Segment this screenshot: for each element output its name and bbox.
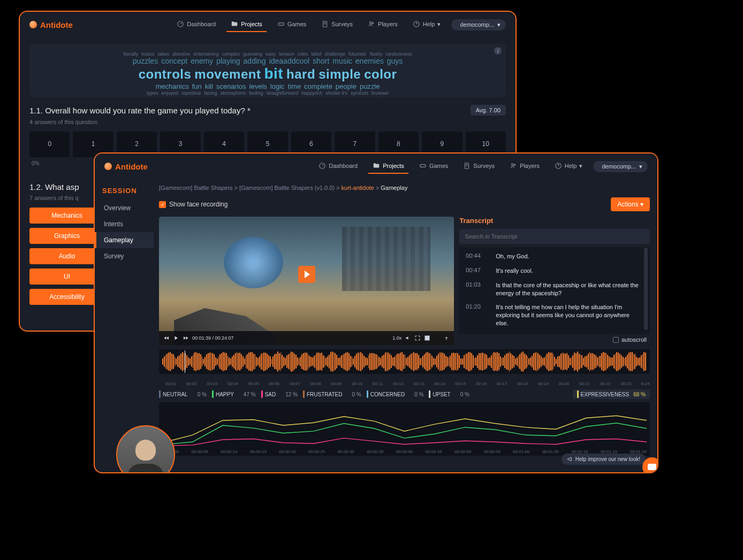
svg-rect-14 (425, 336, 429, 340)
crumb-4: Gameplay (381, 185, 407, 191)
emotion-frustrated: FRUSTRATED0 % (303, 390, 361, 398)
fullscreen-icon[interactable] (424, 335, 430, 341)
nav-dashboard[interactable]: Dashboard (314, 159, 362, 174)
svg-rect-1 (278, 23, 284, 26)
emotion-expressiveness: EXPRESSIVENESS 68 % (573, 389, 650, 399)
nav-games[interactable]: Games (273, 17, 310, 32)
document-icon (463, 162, 471, 170)
transcript-row[interactable]: 00:47It's really cool. (459, 264, 650, 278)
transcript-time: 01:03 (466, 281, 486, 297)
user-menu[interactable]: democomp... ▾ (451, 19, 506, 30)
expand-icon[interactable] (414, 335, 421, 341)
play-button[interactable] (298, 266, 315, 283)
video-controls: 00:01:39 / 00:24:07 1.0x (159, 331, 454, 345)
sidebar-item-survey[interactable]: Survey (95, 248, 154, 264)
scrollbar[interactable] (644, 248, 648, 330)
waveform-bars (162, 352, 647, 371)
aspect-graphics[interactable]: Graphics (29, 228, 104, 244)
nav-help[interactable]: Help ▾ (408, 17, 445, 32)
transcript-body[interactable]: 00:44Oh, my God.00:47It's really cool.01… (459, 247, 650, 334)
waveform-cursor[interactable] (185, 350, 185, 373)
document-icon (321, 20, 329, 28)
aspect-accessibility[interactable]: Accessibility (29, 289, 104, 305)
session-label: SESSION (102, 187, 154, 195)
crumb-1[interactable]: [Gamescom] Battle Shapers (159, 185, 233, 191)
logo-icon (29, 21, 37, 28)
transcript-row[interactable]: 01:03Is that the core of the spaceship o… (459, 278, 650, 301)
user-menu[interactable]: democomp... ▾ (593, 161, 648, 172)
breadcrumb: [Gamescom] Battle Shapers > [Gamescom] B… (159, 185, 650, 191)
emotion-sad: SAD12 % (261, 390, 298, 398)
brand: Antidote (29, 20, 73, 29)
wc-line-4: mechanicsfunkillscenarioslevelslogictime… (41, 82, 494, 90)
download-icon[interactable] (434, 335, 440, 341)
transcript-title: Transcript (459, 217, 650, 225)
gauge-icon (177, 20, 184, 28)
video-speed[interactable]: 1.0x (392, 335, 401, 341)
show-face-checkbox[interactable]: ✓ Show face recording (159, 201, 228, 208)
autoscroll-label: autoscroll (621, 336, 647, 343)
main-nav-front: Dashboard Projects Games Surveys Players… (314, 159, 648, 174)
svg-rect-8 (420, 165, 426, 167)
brand-name: Antidote (115, 162, 148, 171)
gauge-icon (319, 162, 326, 170)
play-icon[interactable] (173, 335, 179, 341)
video-time: 00:01:39 / 00:24:07 (192, 335, 234, 341)
nav-dashboard[interactable]: Dashboard (172, 17, 220, 32)
emotion-legend: NEUTRAL0 %HAPPY47 %SAD12 %FRUSTRATED0 %C… (159, 389, 650, 399)
transcript-search-input[interactable] (459, 229, 650, 244)
video-player[interactable]: 00:01:39 / 00:24:07 1.0x (159, 217, 454, 345)
info-icon[interactable]: i (494, 47, 502, 55)
aspect-ui[interactable]: UI (29, 269, 104, 285)
autoscroll-checkbox[interactable] (613, 337, 619, 343)
transcript-pane: Transcript 00:44Oh, my God.00:47It's rea… (459, 217, 650, 345)
actions-button[interactable]: Actions ▾ (611, 197, 650, 211)
sidebar-item-gameplay[interactable]: Gameplay (95, 232, 154, 248)
session-window: Antidote Dashboard Projects Games Survey… (94, 152, 658, 473)
chat-fab[interactable] (642, 457, 658, 473)
crumb-3[interactable]: kurt-antidote (342, 185, 374, 191)
transcript-text: It's really cool. (496, 267, 533, 275)
emotion-concerned: CONCERNED0 % (367, 390, 424, 398)
emotion-happy: HAPPY47 % (212, 390, 256, 398)
video-row: 00:01:39 / 00:24:07 1.0x Transcript 00:4… (159, 217, 650, 345)
nav-surveys[interactable]: Surveys (317, 17, 357, 32)
nav-surveys[interactable]: Surveys (459, 159, 499, 174)
emotion-neutral: NEUTRAL0 % (159, 390, 207, 398)
folder-icon (231, 20, 238, 28)
transcript-time: 00:47 (466, 267, 486, 275)
nav-projects[interactable]: Projects (368, 159, 408, 174)
rating-0[interactable]: 0 (29, 132, 70, 157)
gamepad-icon (419, 162, 427, 170)
volume-icon[interactable] (405, 335, 411, 341)
aspect-mechanics[interactable]: Mechanics (29, 208, 104, 224)
transcript-row[interactable]: 01:30Is there anything that I can click … (459, 331, 650, 334)
waveform[interactable] (159, 349, 650, 374)
nav-players[interactable]: Players (363, 17, 402, 32)
transcript-row[interactable]: 01:20It's not telling me how can I help … (459, 300, 650, 331)
sidebar-item-intents[interactable]: Intents (95, 216, 154, 232)
transcript-row[interactable]: 00:44Oh, my God. (459, 249, 650, 264)
feedback-pill[interactable]: Help improve our new look! (562, 454, 646, 465)
users-icon (368, 20, 375, 28)
nav-games[interactable]: Games (415, 159, 452, 174)
logo-icon (104, 163, 112, 170)
q1-sub: 4 answers of this question (29, 119, 506, 125)
brand-front: Antidote (104, 162, 148, 171)
svg-point-3 (370, 22, 372, 24)
skip-back-icon[interactable] (163, 335, 170, 341)
transcript-text: Oh, my God. (496, 252, 529, 260)
nav-players[interactable]: Players (505, 159, 544, 174)
share-icon[interactable] (443, 335, 450, 341)
transcript-time: 01:20 (466, 303, 486, 327)
emotion-chart: 00:00:0000:00:0500:00:1000:00:1500:00:20… (159, 402, 650, 456)
skip-fwd-icon[interactable] (183, 335, 189, 341)
crumb-2[interactable]: [Gamescom] Battle Shapers (v1.0.0) (239, 185, 335, 191)
gamepad-icon (277, 20, 285, 28)
sidebar-item-overview[interactable]: Overview (95, 200, 154, 216)
nav-projects[interactable]: Projects (226, 17, 267, 32)
wc-line-5: typesenjoyedrepetitivefacingatmospherefe… (41, 90, 494, 96)
nav-help[interactable]: Help ▾ (550, 159, 587, 174)
aspect-audio[interactable]: Audio (29, 248, 104, 264)
transcript-text: It's not telling me how can I help the s… (496, 303, 643, 327)
